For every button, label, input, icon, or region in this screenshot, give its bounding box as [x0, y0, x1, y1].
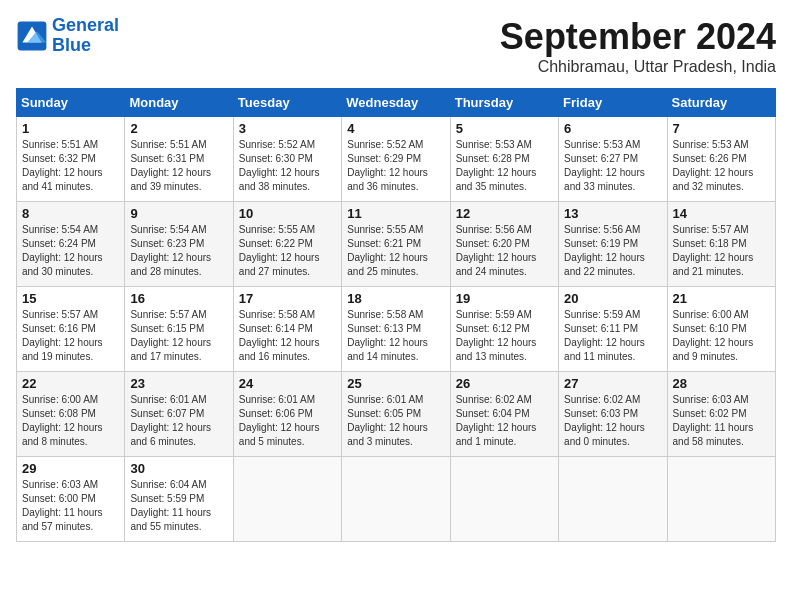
calendar-cell: 2Sunrise: 5:51 AMSunset: 6:31 PMDaylight…: [125, 117, 233, 202]
calendar-cell: 25Sunrise: 6:01 AMSunset: 6:05 PMDayligh…: [342, 372, 450, 457]
day-info: Sunrise: 6:01 AMSunset: 6:05 PMDaylight:…: [347, 393, 444, 449]
day-number: 20: [564, 291, 661, 306]
day-info: Sunrise: 5:52 AMSunset: 6:30 PMDaylight:…: [239, 138, 336, 194]
calendar-cell: 19Sunrise: 5:59 AMSunset: 6:12 PMDayligh…: [450, 287, 558, 372]
col-thursday: Thursday: [450, 89, 558, 117]
day-number: 23: [130, 376, 227, 391]
location: Chhibramau, Uttar Pradesh, India: [500, 58, 776, 76]
day-info: Sunrise: 5:56 AMSunset: 6:20 PMDaylight:…: [456, 223, 553, 279]
calendar-row: 15Sunrise: 5:57 AMSunset: 6:16 PMDayligh…: [17, 287, 776, 372]
calendar-cell: 11Sunrise: 5:55 AMSunset: 6:21 PMDayligh…: [342, 202, 450, 287]
header-row: Sunday Monday Tuesday Wednesday Thursday…: [17, 89, 776, 117]
col-saturday: Saturday: [667, 89, 775, 117]
day-info: Sunrise: 5:55 AMSunset: 6:22 PMDaylight:…: [239, 223, 336, 279]
day-info: Sunrise: 5:58 AMSunset: 6:13 PMDaylight:…: [347, 308, 444, 364]
calendar-cell: [450, 457, 558, 542]
day-info: Sunrise: 5:51 AMSunset: 6:31 PMDaylight:…: [130, 138, 227, 194]
day-number: 22: [22, 376, 119, 391]
calendar-cell: 24Sunrise: 6:01 AMSunset: 6:06 PMDayligh…: [233, 372, 341, 457]
calendar-cell: 13Sunrise: 5:56 AMSunset: 6:19 PMDayligh…: [559, 202, 667, 287]
calendar-cell: 8Sunrise: 5:54 AMSunset: 6:24 PMDaylight…: [17, 202, 125, 287]
day-info: Sunrise: 6:01 AMSunset: 6:07 PMDaylight:…: [130, 393, 227, 449]
day-info: Sunrise: 5:52 AMSunset: 6:29 PMDaylight:…: [347, 138, 444, 194]
calendar-cell: 28Sunrise: 6:03 AMSunset: 6:02 PMDayligh…: [667, 372, 775, 457]
day-number: 25: [347, 376, 444, 391]
calendar-cell: 6Sunrise: 5:53 AMSunset: 6:27 PMDaylight…: [559, 117, 667, 202]
col-wednesday: Wednesday: [342, 89, 450, 117]
day-info: Sunrise: 5:59 AMSunset: 6:12 PMDaylight:…: [456, 308, 553, 364]
day-info: Sunrise: 5:54 AMSunset: 6:23 PMDaylight:…: [130, 223, 227, 279]
calendar-cell: 3Sunrise: 5:52 AMSunset: 6:30 PMDaylight…: [233, 117, 341, 202]
day-info: Sunrise: 5:53 AMSunset: 6:27 PMDaylight:…: [564, 138, 661, 194]
calendar-cell: 1Sunrise: 5:51 AMSunset: 6:32 PMDaylight…: [17, 117, 125, 202]
day-info: Sunrise: 6:00 AMSunset: 6:10 PMDaylight:…: [673, 308, 770, 364]
day-info: Sunrise: 5:53 AMSunset: 6:26 PMDaylight:…: [673, 138, 770, 194]
day-info: Sunrise: 6:01 AMSunset: 6:06 PMDaylight:…: [239, 393, 336, 449]
day-number: 28: [673, 376, 770, 391]
day-number: 12: [456, 206, 553, 221]
calendar-cell: 29Sunrise: 6:03 AMSunset: 6:00 PMDayligh…: [17, 457, 125, 542]
calendar-row: 22Sunrise: 6:00 AMSunset: 6:08 PMDayligh…: [17, 372, 776, 457]
calendar-cell: 30Sunrise: 6:04 AMSunset: 5:59 PMDayligh…: [125, 457, 233, 542]
month-title: September 2024: [500, 16, 776, 58]
calendar-cell: 5Sunrise: 5:53 AMSunset: 6:28 PMDaylight…: [450, 117, 558, 202]
calendar-cell: 9Sunrise: 5:54 AMSunset: 6:23 PMDaylight…: [125, 202, 233, 287]
day-number: 4: [347, 121, 444, 136]
day-info: Sunrise: 6:03 AMSunset: 6:02 PMDaylight:…: [673, 393, 770, 449]
calendar-cell: 14Sunrise: 5:57 AMSunset: 6:18 PMDayligh…: [667, 202, 775, 287]
calendar-cell: 17Sunrise: 5:58 AMSunset: 6:14 PMDayligh…: [233, 287, 341, 372]
day-number: 7: [673, 121, 770, 136]
day-number: 2: [130, 121, 227, 136]
col-monday: Monday: [125, 89, 233, 117]
calendar-cell: 23Sunrise: 6:01 AMSunset: 6:07 PMDayligh…: [125, 372, 233, 457]
day-info: Sunrise: 6:04 AMSunset: 5:59 PMDaylight:…: [130, 478, 227, 534]
day-number: 8: [22, 206, 119, 221]
day-number: 16: [130, 291, 227, 306]
day-number: 17: [239, 291, 336, 306]
calendar-cell: [233, 457, 341, 542]
day-number: 29: [22, 461, 119, 476]
day-number: 14: [673, 206, 770, 221]
calendar-cell: 10Sunrise: 5:55 AMSunset: 6:22 PMDayligh…: [233, 202, 341, 287]
logo-icon: [16, 20, 48, 52]
page-header: General Blue September 2024 Chhibramau, …: [16, 16, 776, 76]
day-number: 13: [564, 206, 661, 221]
logo-text: General Blue: [52, 16, 119, 56]
calendar-cell: 16Sunrise: 5:57 AMSunset: 6:15 PMDayligh…: [125, 287, 233, 372]
day-info: Sunrise: 5:57 AMSunset: 6:15 PMDaylight:…: [130, 308, 227, 364]
calendar-cell: 20Sunrise: 5:59 AMSunset: 6:11 PMDayligh…: [559, 287, 667, 372]
day-info: Sunrise: 5:57 AMSunset: 6:16 PMDaylight:…: [22, 308, 119, 364]
calendar-cell: 27Sunrise: 6:02 AMSunset: 6:03 PMDayligh…: [559, 372, 667, 457]
day-number: 6: [564, 121, 661, 136]
day-number: 26: [456, 376, 553, 391]
day-number: 9: [130, 206, 227, 221]
calendar-cell: 26Sunrise: 6:02 AMSunset: 6:04 PMDayligh…: [450, 372, 558, 457]
day-number: 18: [347, 291, 444, 306]
day-info: Sunrise: 5:58 AMSunset: 6:14 PMDaylight:…: [239, 308, 336, 364]
day-number: 19: [456, 291, 553, 306]
day-number: 1: [22, 121, 119, 136]
calendar-cell: 22Sunrise: 6:00 AMSunset: 6:08 PMDayligh…: [17, 372, 125, 457]
calendar-row: 8Sunrise: 5:54 AMSunset: 6:24 PMDaylight…: [17, 202, 776, 287]
day-number: 27: [564, 376, 661, 391]
day-number: 11: [347, 206, 444, 221]
day-info: Sunrise: 5:51 AMSunset: 6:32 PMDaylight:…: [22, 138, 119, 194]
day-number: 21: [673, 291, 770, 306]
day-number: 10: [239, 206, 336, 221]
day-info: Sunrise: 5:53 AMSunset: 6:28 PMDaylight:…: [456, 138, 553, 194]
col-tuesday: Tuesday: [233, 89, 341, 117]
day-info: Sunrise: 5:56 AMSunset: 6:19 PMDaylight:…: [564, 223, 661, 279]
logo-line2: Blue: [52, 35, 91, 55]
day-number: 24: [239, 376, 336, 391]
calendar-cell: 15Sunrise: 5:57 AMSunset: 6:16 PMDayligh…: [17, 287, 125, 372]
day-number: 30: [130, 461, 227, 476]
day-number: 15: [22, 291, 119, 306]
calendar-cell: [342, 457, 450, 542]
day-info: Sunrise: 6:02 AMSunset: 6:04 PMDaylight:…: [456, 393, 553, 449]
day-info: Sunrise: 5:59 AMSunset: 6:11 PMDaylight:…: [564, 308, 661, 364]
day-number: 3: [239, 121, 336, 136]
day-info: Sunrise: 6:02 AMSunset: 6:03 PMDaylight:…: [564, 393, 661, 449]
calendar-row: 29Sunrise: 6:03 AMSunset: 6:00 PMDayligh…: [17, 457, 776, 542]
calendar-cell: 7Sunrise: 5:53 AMSunset: 6:26 PMDaylight…: [667, 117, 775, 202]
day-info: Sunrise: 5:55 AMSunset: 6:21 PMDaylight:…: [347, 223, 444, 279]
